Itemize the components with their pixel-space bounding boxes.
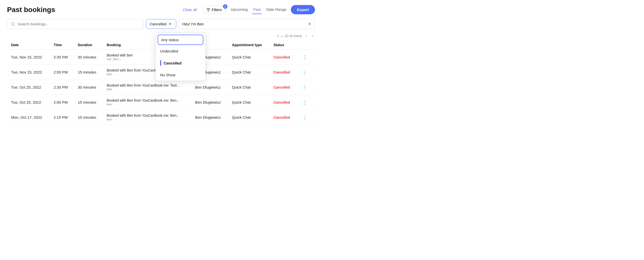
cell-time: 2:00 PM (50, 95, 74, 110)
col-time: Time (50, 40, 74, 50)
cell-status: Cancelled (269, 50, 296, 65)
cell-time: 2:30 PM (50, 50, 74, 65)
no-show-label: No Show (160, 73, 175, 77)
cell-team: Ben Dlugiewicz (191, 95, 228, 110)
svg-line-1 (14, 25, 15, 26)
cell-appt-type: Quick Chat (228, 80, 269, 95)
cell-appt-type: Quick Chat (228, 95, 269, 110)
dropdown-item-any-status[interactable]: Any status (158, 35, 203, 45)
row-menu-button[interactable]: ⋮ (300, 99, 309, 106)
filters-label: Filters (212, 8, 222, 12)
cell-time: 2:00 PM (50, 65, 74, 80)
cell-time: 2:30 PM (50, 80, 74, 95)
undecided-label: Undecided (160, 49, 178, 53)
cell-date: Tue, Nov 15, 2022 (7, 65, 50, 80)
any-status-label: Any status (161, 38, 179, 42)
cell-booking: Booked with Ben from YouCanBook.me: Ben.… (103, 95, 191, 110)
dropdown-item-undecided[interactable]: Undecided (156, 45, 205, 57)
status-filter-tag[interactable]: Cancelled ✕ (146, 19, 176, 29)
row-menu-button[interactable]: ⋮ (300, 114, 309, 121)
col-date: Date (7, 40, 50, 50)
search-row: Cancelled ✕ Hey! I'm Ben ✕ Any status Un… (7, 19, 315, 29)
table-row: Tue, Oct 25, 2022 2:30 PM 30 minutes Boo… (7, 80, 315, 95)
svg-point-0 (11, 22, 14, 25)
dropdown-item-no-show[interactable]: No Show (156, 69, 205, 81)
cell-date: Mon, Oct 17, 2022 (7, 110, 50, 125)
table-row: Tue, Oct 25, 2022 2:00 PM 15 minutes Boo… (7, 95, 315, 110)
cell-date: Tue, Oct 25, 2022 (7, 95, 50, 110)
search-input[interactable] (18, 22, 140, 26)
cell-team: Ben Dlugiewicz (191, 110, 228, 125)
cell-duration: 15 minutes (74, 95, 103, 110)
cell-booking: Booked with Ben from YouCanBook.me: Ben.… (103, 110, 191, 125)
cell-actions: ⋮ (296, 110, 315, 125)
cell-team: Ben Dlugiewicz (191, 80, 228, 95)
cell-status: Cancelled (269, 95, 296, 110)
cell-appt-type: Quick Chat (228, 65, 269, 80)
filter-badge: 2 (223, 4, 227, 9)
page-container: Past bookings Clear all Filters 2 Upcomi… (0, 0, 322, 130)
col-actions (296, 40, 315, 50)
col-status: Status (269, 40, 296, 50)
cell-duration: 30 minutes (74, 50, 103, 65)
cell-date: Tue, Nov 15, 2022 (7, 50, 50, 65)
cell-actions: ⋮ (296, 50, 315, 65)
cell-date: Tue, Oct 25, 2022 (7, 80, 50, 95)
header: Past bookings Clear all Filters 2 Upcomi… (7, 5, 315, 14)
next-page-button[interactable]: › (310, 33, 315, 39)
cell-appt-type: Quick Chat (228, 110, 269, 125)
cancelled-label: Cancelled (164, 61, 181, 65)
pagination-info: 1 — 10 of many (277, 34, 302, 38)
filters-button[interactable]: Filters 2 (202, 6, 226, 14)
status-dropdown: Any status Undecided Cancelled No Show (155, 33, 206, 81)
dropdown-item-cancelled[interactable]: Cancelled (156, 57, 205, 69)
search-box (7, 19, 144, 29)
col-appt-type: Appointment type (228, 40, 269, 50)
cell-actions: ⋮ (296, 80, 315, 95)
row-menu-button[interactable]: ⋮ (300, 54, 309, 61)
cell-status: Cancelled (269, 65, 296, 80)
tab-date-range[interactable]: Date Range (265, 5, 287, 14)
header-controls: Clear all Filters 2 Upcoming Past Date R… (181, 5, 315, 14)
filter-icon (207, 8, 210, 11)
selected-indicator (160, 60, 161, 66)
table-row: Mon, Oct 17, 2022 2:15 PM 15 minutes Boo… (7, 110, 315, 125)
tab-upcoming[interactable]: Upcoming (230, 5, 249, 14)
name-filter-close-icon[interactable]: ✕ (308, 22, 311, 26)
page-title: Past bookings (7, 6, 55, 14)
prev-page-button[interactable]: ‹ (304, 33, 308, 39)
export-button[interactable]: Export (291, 5, 315, 14)
status-filter-label: Cancelled (150, 22, 167, 26)
cell-status: Cancelled (269, 110, 296, 125)
cell-time: 2:15 PM (50, 110, 74, 125)
row-menu-button[interactable]: ⋮ (300, 84, 309, 91)
cell-actions: ⋮ (296, 95, 315, 110)
tab-past[interactable]: Past (252, 5, 262, 14)
cell-appt-type: Quick Chat (228, 50, 269, 65)
name-filter-label: Hey! I'm Ben (182, 22, 204, 26)
cell-duration: 30 minutes (74, 80, 103, 95)
cell-duration: 15 minutes (74, 65, 103, 80)
name-filter-tag[interactable]: Hey! I'm Ben ✕ (179, 19, 315, 29)
col-duration: Duration (74, 40, 103, 50)
cell-actions: ⋮ (296, 65, 315, 80)
status-filter-close-icon[interactable]: ✕ (168, 22, 172, 26)
cell-booking: Booked with Ben from YouCanBook.me: Test… (103, 80, 191, 95)
cell-status: Cancelled (269, 80, 296, 95)
search-icon (11, 22, 15, 26)
row-menu-button[interactable]: ⋮ (300, 69, 309, 76)
cell-duration: 15 minutes (74, 110, 103, 125)
clear-all-button[interactable]: Clear all (181, 7, 199, 13)
